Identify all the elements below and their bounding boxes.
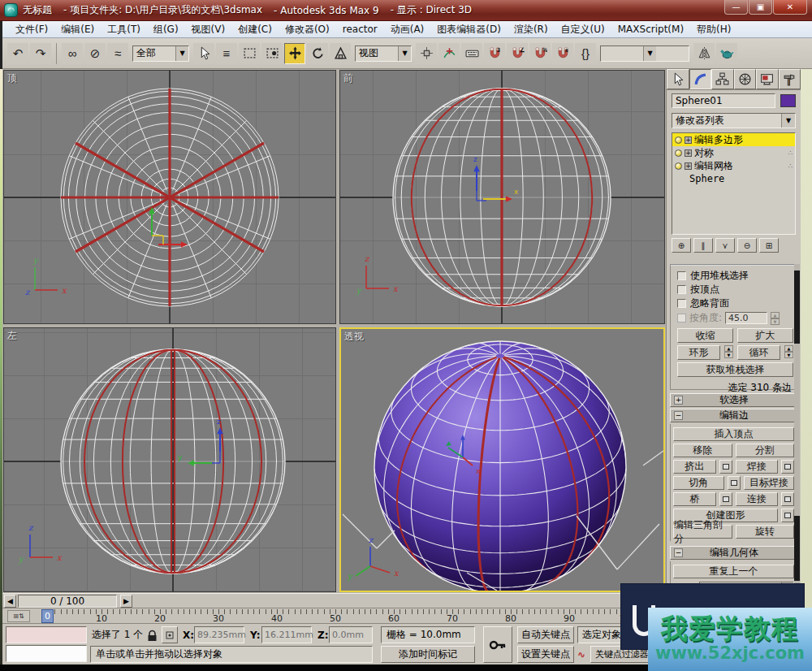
y-coordinate-field[interactable]: 16.211mm [261,626,312,643]
settings-square-button[interactable] [781,460,794,474]
collapse-icon[interactable]: − [674,548,683,557]
viewport-front-label[interactable]: 前 [343,71,353,85]
viewport-perspective-label[interactable]: 透视 [344,330,364,344]
stack-item-2[interactable]: +编辑网格∴ [672,159,795,172]
absolute-offset-toggle[interactable] [162,626,178,643]
by-angle-field[interactable]: 45.0 [725,312,767,324]
remove-modifier-icon[interactable]: ⊖ [737,238,757,253]
menu-item-6[interactable]: 修改器(O) [279,21,336,38]
menu-item-2[interactable]: 工具(T) [101,21,147,38]
select-and-link-icon[interactable]: ∞ [62,43,83,64]
visibility-bulb-icon[interactable] [675,162,682,170]
spinner-snap-icon[interactable]: ± [552,43,573,64]
settings-square-button[interactable] [781,492,794,506]
by-angle-checkbox[interactable] [677,314,686,323]
menu-item-8[interactable]: 动画(A) [384,21,431,38]
undo-icon[interactable]: ↶ [7,43,28,64]
utilities-tab[interactable] [779,69,801,89]
maximize-button[interactable]: ▣ [749,0,772,15]
edit-edges-button[interactable]: 旋转 [736,525,795,539]
modify-tab[interactable] [689,69,712,89]
menu-item-12[interactable]: MAXScript(M) [611,22,690,37]
edit-edges-button[interactable]: 焊接 [736,460,779,474]
time-slider-handle[interactable]: 0 [41,609,54,623]
settings-square-button[interactable] [781,509,794,522]
maxscript-mini-listener-white[interactable] [6,645,87,662]
create-tab[interactable] [667,69,689,89]
quick-render-icon[interactable] [716,43,737,64]
unlink-selection-icon[interactable]: ⊘ [84,43,106,64]
stack-item-1[interactable]: +对称∴ [672,146,795,159]
checkbox[interactable] [677,299,686,308]
menu-item-4[interactable]: 视图(V) [185,21,232,38]
object-name-field[interactable]: Sphere01 [672,93,775,108]
soft-selection-rollout[interactable]: + 软选择 [670,393,797,407]
expand-icon[interactable]: + [674,396,683,405]
select-and-rotate-icon[interactable] [307,43,328,64]
motion-tab[interactable] [734,69,757,89]
select-and-manipulate-icon[interactable] [438,43,460,64]
ring-spinner[interactable]: ▲▼ [724,345,733,357]
get-stack-selection-button[interactable]: 获取堆栈选择 [677,362,793,377]
shrink-button[interactable]: 收缩 [677,328,733,343]
configure-modifier-sets-icon[interactable]: ⊞ [759,238,779,253]
hierarchy-tab[interactable] [711,69,734,89]
set-key-button[interactable]: 设置关键点 [517,646,574,663]
menu-item-5[interactable]: 创建(C) [231,21,279,38]
prev-frame-button[interactable]: ◀ [4,595,16,608]
chevron-down-icon[interactable]: ▼ [175,46,188,61]
set-key-icon-button[interactable] [483,626,512,663]
edit-edges-button[interactable]: 移除 [673,444,732,457]
edit-edges-button[interactable]: 插入顶点 [673,427,794,441]
modifier-list-dropdown[interactable]: 修改器列表 ▼ [672,113,796,128]
loop-button[interactable]: 循环 [737,345,780,360]
minimize-button[interactable]: — [724,0,748,15]
menu-item-0[interactable]: 文件(F) [9,21,54,38]
open-minicurve-icon[interactable]: ⊞⇅ [7,610,30,622]
edit-edges-button[interactable]: 连接 [736,492,779,506]
select-by-name-icon[interactable]: ≡ [216,43,237,64]
key-filter-curve-icon[interactable]: ∿ [577,646,589,663]
rectangular-selection-region-icon[interactable] [239,43,260,64]
settings-square-button[interactable] [719,492,732,506]
checkbox[interactable] [677,285,686,294]
stack-item-0[interactable]: +编辑多边形 [672,133,795,146]
timeline-ruler[interactable]: ⊞⇅ 0 102030405060708090100 [2,608,666,624]
ring-button[interactable]: 环形 [677,345,720,360]
menu-item-13[interactable]: 帮助(H) [690,21,737,38]
redo-icon[interactable]: ↷ [30,43,51,64]
checkbox[interactable] [677,271,686,280]
keyboard-shortcut-override-icon[interactable] [461,43,482,64]
edit-edges-button[interactable]: 桥 [673,492,716,506]
named-selection-dropdown[interactable]: ▼ [600,45,689,62]
settings-square-button[interactable] [719,460,732,474]
edit-edges-button[interactable]: 切角 [673,476,724,490]
snap-toggle-3d-icon[interactable]: 3 [484,43,505,64]
expand-icon[interactable]: + [685,149,692,157]
use-pivot-center-icon[interactable] [416,43,437,64]
selection-filter-dropdown[interactable]: 全部▼ [132,45,189,62]
menu-item-11[interactable]: 自定义(U) [555,21,611,38]
percent-snap-icon[interactable]: % [529,43,551,64]
expand-icon[interactable]: + [685,162,692,170]
next-frame-button[interactable]: ▶ [120,595,132,608]
visibility-bulb-icon[interactable] [675,136,682,144]
viewport-perspective[interactable]: xzxy 透视 [339,327,665,592]
stack-item-3[interactable]: Sphere [672,172,795,185]
edit-edges-button[interactable]: 目标焊接 [744,476,795,490]
angle-snap-icon[interactable]: ∠ [507,43,528,64]
chevron-down-icon[interactable]: ▼ [643,46,656,61]
repeat-last-button[interactable]: 重复上一个 [673,565,794,578]
viewport-top[interactable]: yxz 顶 [3,70,336,324]
reference-coordinate-dropdown[interactable]: 视图▼ [355,45,412,62]
show-end-result-icon[interactable]: ∥ [693,238,713,253]
viewport-left-label[interactable]: 左 [7,329,17,343]
by-angle-spinner[interactable]: ▲▼ [771,312,780,324]
edit-edges-button[interactable]: 挤出 [673,460,716,474]
edit-edges-button[interactable]: 分割 [736,444,795,457]
make-unique-icon[interactable]: ⋎ [715,238,735,253]
add-time-tag-button[interactable]: 添加时间标记 [381,646,475,663]
auto-key-button[interactable]: 自动关键点 [517,626,574,643]
edit-edges-button[interactable]: 编辑三角剖分 [673,525,732,539]
chevron-down-icon[interactable]: ▼ [781,114,795,128]
